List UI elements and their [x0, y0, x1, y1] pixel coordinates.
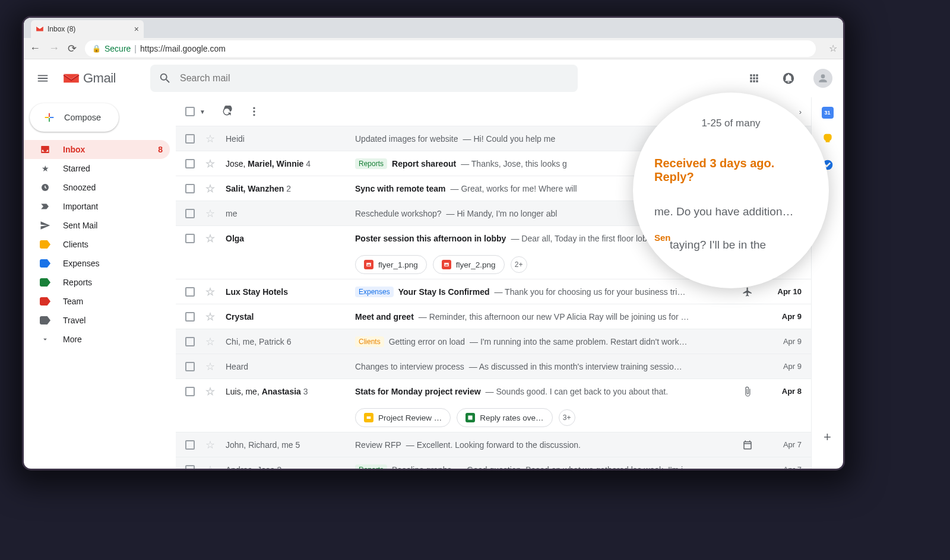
calendar-icon [742, 440, 753, 450]
row-checkbox[interactable] [185, 312, 195, 322]
row-checkbox[interactable] [185, 337, 195, 346]
star-toggle-icon[interactable]: ☆ [205, 385, 215, 398]
calendar-addon-icon[interactable]: 31 [822, 107, 834, 119]
more-attachments-count[interactable]: 2+ [511, 256, 527, 273]
category-label: Expenses [355, 287, 394, 297]
star-toggle-icon[interactable]: ☆ [205, 438, 215, 451]
sidebar-item-more[interactable]: More [24, 330, 170, 349]
sidebar-item-starred[interactable]: ★Starred [24, 159, 170, 178]
notifications-icon[interactable] [777, 66, 800, 90]
date: Apr 9 [766, 312, 802, 321]
forward-icon[interactable]: → [49, 42, 59, 55]
attachment-chip[interactable]: flyer_2.png [433, 255, 505, 274]
row-checkbox[interactable] [185, 440, 195, 450]
apps-grid-icon[interactable] [742, 66, 766, 90]
sidebar-item-clients[interactable]: Clients [24, 235, 170, 254]
header-actions [742, 66, 835, 90]
reload-icon[interactable]: ⟳ [68, 42, 77, 55]
message-row[interactable]: ☆Chi, me, Patrick 6ClientsGetting error … [176, 329, 811, 354]
subject: Updated images for website [355, 134, 458, 144]
chip-label: flyer_1.png [378, 260, 418, 269]
sidebar-item-travel[interactable]: Travel [24, 311, 170, 330]
label-icon [39, 259, 51, 268]
subject: Changes to interview process [355, 362, 464, 371]
row-checkbox[interactable] [185, 209, 195, 218]
select-dropdown-icon[interactable]: ▼ [200, 109, 205, 115]
main-menu-icon[interactable] [28, 64, 57, 93]
sender: Jose, Mariel, Winnie 4 [226, 159, 344, 168]
attachment-chip[interactable]: Reply rates ove… [457, 408, 552, 427]
back-icon[interactable]: ← [30, 42, 40, 55]
add-addon-icon[interactable]: + [824, 429, 831, 445]
refresh-icon[interactable] [221, 106, 233, 117]
sidebar-item-inbox[interactable]: Inbox 8 [24, 140, 170, 159]
compose-button[interactable]: Compose [30, 103, 119, 132]
row-checkbox[interactable] [185, 362, 195, 371]
sidebar-item-team[interactable]: Team [24, 292, 170, 311]
message-row[interactable]: ☆John, Richard, me 5Review RFP — Excelle… [176, 432, 811, 457]
subject-snippet: ReportsBaseline graphs — Good question. … [355, 464, 755, 469]
star-toggle-icon[interactable]: ☆ [205, 285, 215, 298]
sidebar-item-expenses[interactable]: Expenses [24, 254, 170, 273]
row-checkbox[interactable] [185, 134, 195, 144]
svg-point-3 [253, 110, 255, 112]
address-bar[interactable]: 🔒 Secure | https://mail.google.com [85, 40, 816, 57]
select-all-checkbox[interactable] [185, 107, 195, 116]
more-attachments-count[interactable]: 3+ [559, 409, 575, 426]
search-icon [159, 72, 172, 85]
attachment-chip[interactable]: flyer_1.png [355, 255, 427, 274]
row-checkbox[interactable] [185, 159, 195, 168]
bookmark-star-icon[interactable]: ☆ [829, 43, 837, 54]
star-toggle-icon[interactable]: ☆ [205, 232, 215, 245]
svg-point-2 [253, 107, 255, 109]
sender: Salit, Wanzhen 2 [226, 184, 344, 193]
browser-chrome: Inbox (8) × ← → ⟳ 🔒 Secure | https://mai… [24, 18, 843, 59]
date: Apr 8 [766, 387, 802, 396]
search-bar[interactable] [150, 65, 578, 92]
date: Apr 9 [766, 362, 802, 371]
row-checkbox[interactable] [185, 387, 195, 396]
clock-icon [39, 182, 51, 193]
nav-label: Clients [63, 240, 88, 249]
nav-label: Important [63, 202, 98, 211]
sidebar-item-sent[interactable]: Sent Mail [24, 216, 170, 235]
row-checkbox[interactable] [185, 465, 195, 469]
message-row[interactable]: ☆HeardChanges to interview process — As … [176, 354, 811, 378]
url-text: https://mail.google.com [140, 44, 226, 53]
star-toggle-icon[interactable]: ☆ [205, 182, 215, 195]
row-checkbox[interactable] [185, 184, 195, 193]
nav-label: Inbox [63, 145, 85, 154]
product-name: Gmail [83, 71, 116, 86]
sender: Luis, me, Anastasia 3 [226, 387, 344, 396]
message-row[interactable]: ☆Andrea, Jose 3ReportsBaseline graphs — … [176, 457, 811, 469]
attachment-chip[interactable]: Project Review … [355, 408, 451, 427]
search-input[interactable] [180, 73, 569, 84]
message-row[interactable]: ☆Luis, me, Anastasia 3Stats for Monday p… [176, 378, 811, 403]
keep-addon-icon[interactable] [822, 133, 834, 145]
sidebar-item-snoozed[interactable]: Snoozed [24, 178, 170, 197]
sender: Heard [226, 362, 344, 371]
star-toggle-icon[interactable]: ☆ [205, 207, 215, 220]
browser-tab[interactable]: Inbox (8) × [31, 20, 144, 38]
row-checkbox[interactable] [185, 234, 195, 243]
star-toggle-icon[interactable]: ☆ [205, 335, 215, 348]
star-toggle-icon[interactable]: ☆ [205, 157, 215, 170]
next-page-icon[interactable]: › [799, 107, 802, 116]
message-row[interactable]: ☆CrystalMeet and greet — Reminder, this … [176, 304, 811, 329]
star-toggle-icon[interactable]: ☆ [205, 310, 215, 323]
gmail-favicon-icon [36, 25, 44, 33]
subject-snippet: ExpensesYour Stay Is Confirmed — Thank y… [355, 287, 732, 297]
star-toggle-icon[interactable]: ☆ [205, 132, 215, 145]
gmail-logo[interactable]: Gmail [62, 71, 116, 86]
subject: Sync with remote team [355, 184, 446, 193]
row-checkbox[interactable] [185, 287, 195, 297]
more-icon[interactable] [248, 106, 260, 117]
close-tab-icon[interactable]: × [134, 24, 139, 34]
sidebar-item-reports[interactable]: Reports [24, 273, 170, 292]
star-toggle-icon[interactable]: ☆ [205, 360, 215, 373]
star-toggle-icon[interactable]: ☆ [205, 463, 215, 469]
snippet: — Great, works for me! Where will [451, 184, 577, 193]
inbox-count: 8 [158, 145, 163, 154]
account-avatar[interactable] [811, 66, 835, 90]
sidebar-item-important[interactable]: Important [24, 197, 170, 216]
